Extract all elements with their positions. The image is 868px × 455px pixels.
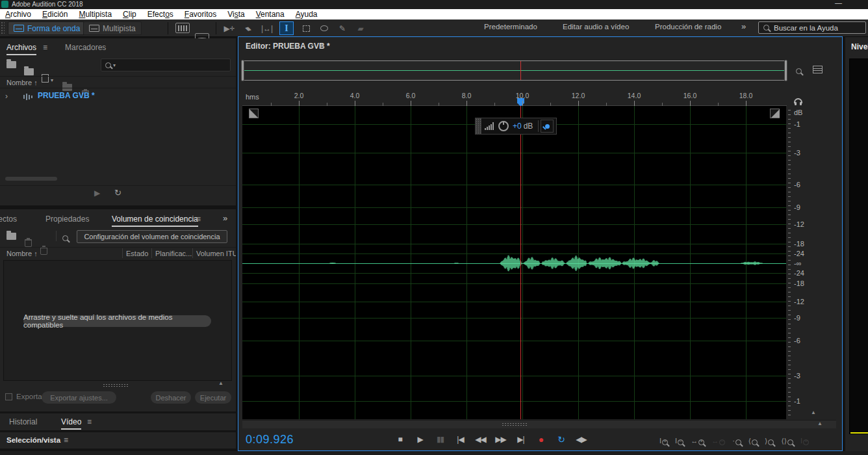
menu-ventana[interactable]: Ventana	[256, 10, 285, 19]
preview-play-icon[interactable]: ▶	[94, 188, 100, 198]
menu-archivo[interactable]: Archivo	[5, 10, 31, 19]
skip-to-end-button[interactable]: ▶|	[514, 432, 528, 446]
list-collapse-icon[interactable]: ▲	[218, 380, 223, 386]
rewind-button[interactable]: ◀◀	[474, 432, 487, 446]
scrollbar-collapse-icon[interactable]: ▲	[817, 421, 823, 426]
undo-button[interactable]: Deshacer	[151, 391, 191, 404]
run-button[interactable]: Ejecutar	[195, 391, 231, 404]
minimize-button[interactable]: —	[835, 0, 842, 6]
video-panel-menu-icon[interactable]: ≡	[87, 417, 92, 426]
selection-view-menu-icon[interactable]: ≡	[64, 436, 68, 445]
files-search-field[interactable]: ▾	[101, 58, 231, 72]
editor-menu-icon[interactable]: ≡	[320, 42, 324, 51]
zoom-to-selection-left-button[interactable]: ⟨	[748, 433, 758, 445]
menu-multipista[interactable]: Multipista	[79, 10, 112, 19]
match-loudness-scan-icon[interactable]	[62, 232, 68, 244]
timeline-ruler[interactable]	[242, 90, 787, 106]
razor-tool-icon[interactable]: ▰	[242, 21, 256, 35]
zoom-out-horizontal-button[interactable]: ↔−	[711, 433, 725, 445]
import-file-icon[interactable]	[24, 68, 34, 75]
db-scroll-up-icon[interactable]: ▲	[811, 410, 816, 415]
tab-propiedades[interactable]: Propiedades	[45, 214, 89, 224]
workspace-overflow-chevron[interactable]: »	[741, 21, 745, 31]
zoom-to-selection-button[interactable]: ⟨⟩	[781, 433, 793, 445]
files-hscrollbar[interactable]	[5, 177, 57, 181]
levels-panel-title[interactable]: Niveles	[851, 42, 868, 51]
navigator-left-handle[interactable]	[241, 60, 244, 81]
zoom-selected-track-button[interactable]: I+	[800, 433, 809, 445]
tab-historial[interactable]: Historial	[9, 417, 37, 426]
toolbar-grip[interactable]	[1, 21, 5, 34]
file-row-name[interactable]: PRUEBA GVB *	[38, 91, 95, 100]
file-row-expander[interactable]: ›	[5, 92, 8, 101]
files-column-nombre[interactable]: Nombre ↑	[6, 79, 38, 86]
column-estado[interactable]: Estado	[126, 250, 148, 257]
zoom-out-vertical-button[interactable]: I−	[675, 433, 683, 445]
time-display[interactable]: 0:09.926	[246, 433, 294, 447]
zoom-in-vertical-button[interactable]: I+	[659, 433, 668, 445]
lasso-selection-tool-icon[interactable]	[317, 21, 331, 35]
tab-marcadores[interactable]: Marcadores	[65, 43, 106, 52]
menu-clip[interactable]: Clip	[123, 10, 136, 19]
menu-efectos[interactable]: Efectos	[147, 10, 173, 19]
skip-to-start-button[interactable]: |◀	[453, 432, 467, 446]
workspace-predeterminado[interactable]: Predeterminado	[484, 23, 537, 31]
hud-pin-button[interactable]	[541, 120, 554, 133]
monitor-headphones-icon[interactable]	[794, 94, 802, 106]
remove-file-icon[interactable]	[25, 239, 32, 247]
paintbrush-tool-icon[interactable]: ✎	[335, 21, 350, 35]
zoom-in-horizontal-button[interactable]: ↔+	[691, 433, 704, 445]
match-loudness-menu-icon[interactable]: ≡	[196, 214, 201, 224]
panel-overflow-chevron[interactable]: »	[223, 213, 226, 223]
hud-gain-knob-icon[interactable]	[498, 121, 509, 131]
loop-playback-button[interactable]: ↻	[554, 432, 568, 446]
files-panel-menu-icon[interactable]: ≡	[43, 43, 47, 52]
open-file-icon[interactable]	[6, 61, 16, 68]
navigator-playhead[interactable]	[520, 61, 521, 80]
waveform-view-button[interactable]: Forma de onda	[8, 21, 86, 35]
horizontal-scrollbar[interactable]	[242, 420, 836, 428]
add-files-icon[interactable]	[6, 233, 16, 240]
tab-efectos[interactable]: Efectos	[0, 214, 17, 224]
list-hscrollbar-grip[interactable]	[103, 384, 129, 387]
spectral-display-icon[interactable]	[175, 23, 190, 33]
play-button[interactable]: ▶	[413, 432, 427, 446]
slip-tool-icon[interactable]: |↔|	[260, 21, 274, 35]
zoom-to-selection-right-button[interactable]: ⟩	[765, 433, 774, 445]
selection-view-title[interactable]: Selección/vista	[6, 436, 60, 444]
export-settings-button[interactable]: Exportar ajustes...	[42, 391, 116, 404]
hud-gain-value[interactable]: +0	[513, 122, 522, 131]
multitrack-view-button[interactable]: Multipista	[83, 21, 142, 35]
spot-healing-tool-icon[interactable]: ▰	[353, 21, 368, 35]
fast-forward-button[interactable]: ▶▶	[494, 432, 507, 446]
column-nombre[interactable]: Nombre ↑	[6, 250, 38, 257]
hud-grip[interactable]	[476, 118, 481, 134]
workspace-producci-n-de-radio[interactable]: Producción de radio	[655, 23, 721, 31]
menu-ayuda[interactable]: Ayuda	[296, 10, 318, 19]
zoom-out-full-icon[interactable]	[796, 65, 802, 77]
editor-title[interactable]: Editor: PRUEBA GVB *	[246, 42, 330, 51]
remove-all-files-icon[interactable]	[40, 247, 47, 255]
tab-video[interactable]: Vídeo	[61, 417, 81, 430]
preview-loop-icon[interactable]: ↻	[114, 188, 121, 198]
tab-archivos[interactable]: Archivos	[6, 43, 36, 55]
pause-button[interactable]: ▮▮	[433, 432, 447, 446]
db-scale-ruler[interactable]: dB-1-3-6-9-12-18-24-∞-24-18-12-9-6-3-1	[787, 106, 836, 419]
scrollbar-grip[interactable]	[502, 422, 528, 426]
export-checkbox[interactable]	[5, 393, 12, 400]
column-volumen[interactable]: Volumen ITU	[196, 250, 236, 257]
column-planificacion[interactable]: Planificac...	[155, 250, 192, 257]
marquee-selection-tool-icon[interactable]	[299, 21, 313, 35]
skip-selection-button[interactable]: ◀▶	[574, 432, 588, 446]
workspace-editar-audio-a-v-deo[interactable]: Editar audio a vídeo	[563, 23, 629, 31]
time-selection-tool-icon[interactable]: I	[279, 21, 294, 35]
menu-vista[interactable]: Vista	[227, 10, 244, 19]
zoom-reset-button[interactable]: ·	[732, 433, 741, 445]
stop-button[interactable]: ■	[393, 432, 407, 446]
playhead-line[interactable]	[520, 106, 521, 419]
help-search-box[interactable]: Buscar en la Ayuda	[758, 21, 866, 34]
menu-edicin[interactable]: Edición	[42, 10, 68, 19]
navigator-right-handle[interactable]	[784, 60, 787, 81]
volume-hud[interactable]: +0 dB	[475, 118, 557, 135]
match-loudness-settings-button[interactable]: Configuración del volumen de coincidenci…	[77, 230, 227, 243]
